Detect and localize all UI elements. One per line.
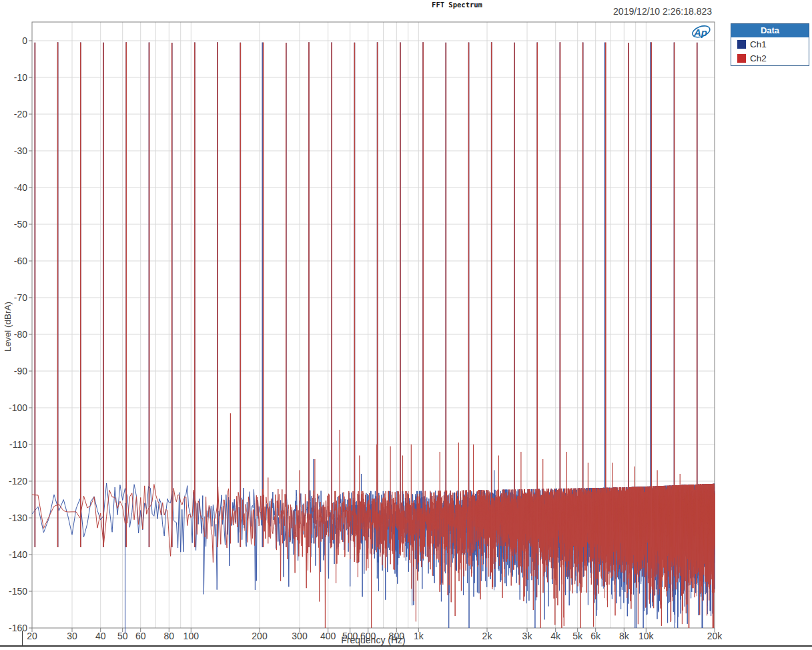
svg-text:-120: -120 bbox=[9, 476, 27, 486]
legend-item-label: Ch1 bbox=[750, 39, 767, 49]
svg-text:-60: -60 bbox=[14, 256, 27, 266]
x-axis-title: Frequency (Hz) bbox=[32, 635, 715, 645]
legend-panel[interactable]: Data Ch1 Ch2 bbox=[731, 23, 809, 66]
svg-text:-70: -70 bbox=[14, 292, 27, 303]
svg-text:-20: -20 bbox=[14, 109, 27, 119]
y-axis-title: Level (dBrA) bbox=[3, 302, 13, 352]
legend-title: Data bbox=[731, 24, 809, 37]
svg-text:-30: -30 bbox=[14, 145, 27, 156]
legend-item-label: Ch2 bbox=[750, 53, 767, 63]
legend-item-ch1[interactable]: Ch1 bbox=[731, 37, 809, 51]
svg-text:-50: -50 bbox=[14, 219, 27, 230]
app-window: FFT Spectrum 2019/12/10 2:26:18.823 2030… bbox=[0, 0, 812, 650]
ch1-color-swatch bbox=[737, 40, 746, 49]
svg-text:-140: -140 bbox=[9, 549, 27, 560]
fft-spectrum-plot[interactable]: 2030405060801002003004005006008001k2k3k4… bbox=[0, 0, 812, 650]
svg-text:-100: -100 bbox=[9, 402, 27, 413]
svg-text:-10: -10 bbox=[14, 72, 27, 83]
svg-text:Ap: Ap bbox=[693, 27, 707, 38]
window-bottom-border bbox=[0, 645, 812, 647]
svg-text:-80: -80 bbox=[14, 329, 27, 340]
svg-text:-110: -110 bbox=[9, 439, 27, 450]
svg-text:-40: -40 bbox=[14, 182, 27, 193]
svg-text:-90: -90 bbox=[14, 366, 27, 376]
legend-item-ch2[interactable]: Ch2 bbox=[731, 51, 809, 65]
svg-text:-160: -160 bbox=[9, 623, 27, 633]
plot-area[interactable] bbox=[32, 22, 715, 628]
ch2-color-swatch bbox=[737, 54, 746, 63]
svg-text:0: 0 bbox=[22, 35, 27, 46]
svg-text:-130: -130 bbox=[9, 513, 27, 523]
pane-corner-border bbox=[22, 631, 23, 645]
svg-text:-150: -150 bbox=[9, 586, 27, 597]
